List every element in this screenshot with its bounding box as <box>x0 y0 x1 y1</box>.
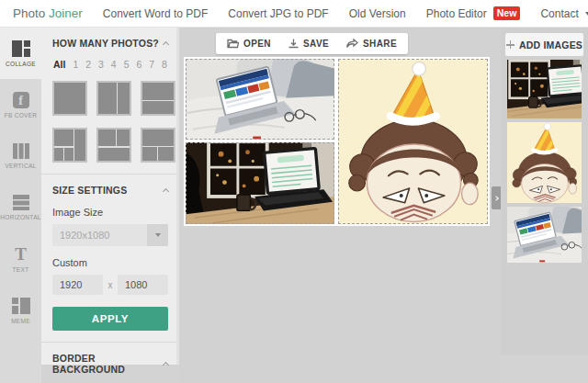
apply-button[interactable]: APPLY <box>52 307 168 331</box>
collage-cell-laptop-on-desk[interactable] <box>186 142 334 224</box>
canvas-toolbar: OPEN SAVE SHARE <box>216 33 408 54</box>
filter-2[interactable]: 2 <box>85 59 91 70</box>
image-thumbnail-laptop-on-bed[interactable] <box>507 207 582 263</box>
collapse-icon[interactable] <box>163 40 169 47</box>
dropdown-caret-button[interactable] <box>147 224 168 246</box>
how-many-photos-section: HOW MANY PHOTOS? All 1 2 3 4 5 6 7 8 <box>41 28 179 174</box>
laptop-on-bed-photo <box>507 207 582 263</box>
collage-cell-cartoon-face[interactable] <box>338 59 488 224</box>
nav-link-convert-jpg[interactable]: Convert JPG to PDF <box>228 7 328 20</box>
collage-cell-laptop-on-bed[interactable] <box>186 59 334 140</box>
border-background-title: BORDER BACKGROUND <box>52 353 164 375</box>
image-size-dropdown[interactable]: 1920x1080 <box>52 224 168 246</box>
share-button[interactable]: SHARE <box>346 39 397 49</box>
share-icon <box>346 39 358 49</box>
images-panel: ADD IMAGES <box>501 28 588 355</box>
image-size-value: 1920x1080 <box>52 224 147 246</box>
layout-option-2[interactable] <box>96 81 131 116</box>
download-icon <box>288 39 299 49</box>
rail-item-vertical[interactable]: VERTICAL <box>0 130 41 182</box>
custom-size-row: x <box>52 275 168 295</box>
cartoon-party-hat-face <box>507 122 582 203</box>
layout-option-1[interactable] <box>52 81 87 116</box>
border-background-section: BORDER BACKGROUND Border Size 10 <box>41 342 179 383</box>
custom-height-input[interactable] <box>118 275 168 295</box>
app-logo[interactable]: Photo Joiner <box>13 6 83 20</box>
filter-4[interactable]: 4 <box>111 59 117 70</box>
settings-panel: HOW MANY PHOTOS? All 1 2 3 4 5 6 7 8 SIZ… <box>41 28 179 365</box>
rail-item-meme[interactable]: MEME <box>0 285 41 336</box>
panel-expander-handle[interactable] <box>492 186 501 209</box>
filter-7[interactable]: 7 <box>149 59 154 70</box>
laptop-on-desk-night-photo <box>186 142 334 224</box>
collage-icon <box>12 40 30 57</box>
dimension-separator: x <box>108 280 113 290</box>
logo-part-joiner: Joiner <box>49 6 83 20</box>
photo-count-filters: All 1 2 3 4 5 6 7 8 <box>53 59 167 70</box>
filter-6[interactable]: 6 <box>136 59 141 70</box>
rail-item-collage[interactable]: COLLAGE <box>0 28 41 79</box>
open-button[interactable]: OPEN <box>227 39 271 49</box>
layout-option-5[interactable] <box>96 128 131 163</box>
collapse-icon[interactable] <box>163 187 169 194</box>
meme-icon <box>12 298 30 314</box>
filter-all[interactable]: All <box>53 59 65 70</box>
image-thumbnail-laptop-on-desk[interactable] <box>507 60 582 118</box>
layout-option-3[interactable] <box>141 81 175 116</box>
size-settings-section: SIZE SETTINGS Image Size 1920x1080 Custo… <box>41 174 179 342</box>
top-navbar: Photo Joiner Convert Word to PDF Convert… <box>0 0 588 28</box>
custom-label: Custom <box>52 257 168 268</box>
collapse-icon[interactable] <box>163 362 169 368</box>
filter-3[interactable]: 3 <box>98 59 104 70</box>
layout-option-6[interactable] <box>141 128 175 163</box>
layout-options-grid <box>52 81 168 163</box>
filter-5[interactable]: 5 <box>124 59 130 70</box>
collage-canvas <box>184 57 490 226</box>
facebook-icon: f <box>13 92 29 108</box>
save-button[interactable]: SAVE <box>288 39 329 49</box>
filter-1[interactable]: 1 <box>73 59 78 70</box>
image-size-label: Image Size <box>52 207 168 218</box>
new-badge: New <box>493 6 521 20</box>
tool-rail: COLLAGE f FB COVER VERTICAL HORIZONTAL T… <box>0 28 41 383</box>
laptop-on-desk-night-photo <box>507 60 582 118</box>
how-many-photos-title: HOW MANY PHOTOS? <box>52 38 159 49</box>
filter-8[interactable]: 8 <box>162 59 167 70</box>
laptop-on-bed-photo <box>186 59 334 140</box>
horizontal-layout-icon <box>13 195 29 210</box>
canvas-area: OPEN SAVE SHARE <box>179 28 501 383</box>
custom-width-input[interactable] <box>52 275 103 295</box>
nav-link-old-version[interactable]: Old Version <box>349 7 406 20</box>
plus-icon <box>506 40 514 49</box>
nav-link-convert-word[interactable]: Convert Word to PDF <box>103 7 208 20</box>
caret-down-icon <box>155 233 161 237</box>
text-icon: T <box>15 246 27 263</box>
chevron-right-icon <box>493 196 499 201</box>
layout-option-4[interactable] <box>52 128 87 163</box>
nav-link-contact[interactable]: Contact <box>540 7 588 20</box>
folder-icon <box>227 39 239 49</box>
size-settings-title: SIZE SETTINGS <box>52 185 127 196</box>
rail-item-text[interactable]: T TEXT <box>0 233 41 285</box>
add-images-button[interactable]: ADD IMAGES <box>505 33 583 56</box>
rail-item-horizontal[interactable]: HORIZONTAL <box>0 182 41 233</box>
vertical-layout-icon <box>13 143 29 159</box>
nav-link-photo-editor[interactable]: Photo Editor New <box>426 6 521 20</box>
image-thumbnail-cartoon-face[interactable] <box>507 122 582 203</box>
logo-part-photo: Photo <box>13 6 45 20</box>
rail-item-fb-cover[interactable]: f FB COVER <box>0 79 41 130</box>
cartoon-party-hat-face <box>338 59 488 224</box>
